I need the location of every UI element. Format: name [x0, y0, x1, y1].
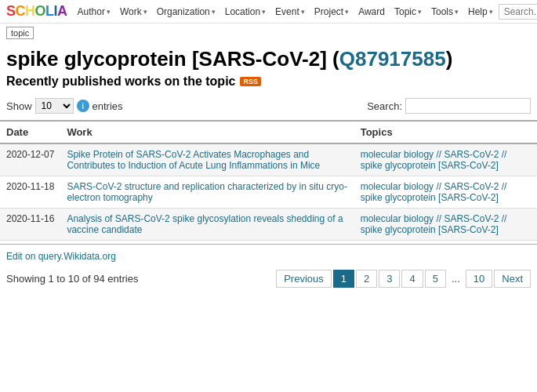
search-row: Search: — [367, 98, 531, 114]
nav-item-author[interactable]: Author ▾ — [74, 5, 114, 19]
pagination-controls: Previous 1 2 3 4 5 ... 10 Next — [276, 270, 531, 288]
cell-date: 2020-11-18 — [0, 176, 60, 209]
page-title: spike glycoprotein [SARS-CoV-2] (Q879175… — [0, 42, 537, 73]
nav-item-organization[interactable]: Organization ▾ — [153, 5, 220, 19]
nav-item-topic[interactable]: Topic ▾ — [390, 5, 426, 19]
main-search-input[interactable] — [405, 98, 531, 114]
wikidata-link[interactable]: Q87917585 — [339, 47, 446, 71]
cell-topics: molecular biology // SARS-CoV-2 // spike… — [354, 143, 537, 176]
show-entries-row: Show 10 25 50 100 i entries Search: — [0, 95, 537, 117]
search-label: Search: — [367, 100, 402, 112]
edit-link-row: Edit on query.Wikidata.org — [0, 244, 537, 265]
nav-item-tools[interactable]: Tools ▾ — [427, 5, 463, 19]
work-link[interactable]: Analysis of SARS-CoV-2 spike glycosylati… — [67, 213, 343, 235]
nav-item-event[interactable]: Event ▾ — [271, 5, 309, 19]
work-link[interactable]: Spike Protein of SARS-CoV-2 Activates Ma… — [67, 149, 320, 171]
nav-item-project[interactable]: Project ▾ — [310, 5, 353, 19]
nav-project-arrow: ▾ — [345, 8, 349, 16]
cell-work: Analysis of SARS-CoV-2 spike glycosylati… — [60, 209, 354, 241]
show-select[interactable]: 10 25 50 100 — [35, 98, 74, 114]
nav-location-arrow: ▾ — [262, 8, 266, 16]
table-row: 2020-11-16Analysis of SARS-CoV-2 spike g… — [0, 209, 537, 241]
nav-tools-arrow: ▾ — [455, 8, 459, 16]
rss-badge[interactable]: RSS — [240, 77, 261, 86]
pagination: Showing 1 to 10 of 94 entries Previous 1… — [0, 265, 537, 292]
nav-item-award[interactable]: Award — [354, 5, 389, 19]
nav-event-arrow: ▾ — [301, 8, 305, 16]
work-link[interactable]: SARS-CoV-2 structure and replication cha… — [67, 181, 347, 203]
table-header-row: Date Work Topics — [0, 121, 537, 143]
page-button-5[interactable]: 5 — [425, 270, 446, 288]
col-topics: Topics — [354, 121, 537, 143]
page-subtitle: Recently published works on the topic RS… — [0, 73, 537, 95]
nav-search-input[interactable] — [499, 4, 537, 20]
breadcrumb: topic — [0, 24, 537, 42]
cell-work: SARS-CoV-2 structure and replication cha… — [60, 176, 354, 209]
info-icon[interactable]: i — [77, 100, 89, 112]
page-button-1[interactable]: 1 — [333, 270, 354, 288]
nav-item-help[interactable]: Help ▾ — [464, 5, 497, 19]
table-row: 2020-11-18SARS-CoV-2 structure and repli… — [0, 176, 537, 209]
table-row: 2020-12-07Spike Protein of SARS-CoV-2 Ac… — [0, 143, 537, 176]
cell-work: Spike Protein of SARS-CoV-2 Activates Ma… — [60, 143, 354, 176]
nav-bar: SCHOLIA Author ▾ Work ▾ Organization ▾ L… — [0, 0, 537, 24]
pagination-info: Showing 1 to 10 of 94 entries — [6, 273, 138, 285]
breadcrumb-badge: topic — [6, 27, 34, 39]
page-button-2[interactable]: 2 — [356, 270, 377, 288]
cell-date: 2020-12-07 — [0, 143, 60, 176]
cell-topics: molecular biology // SARS-CoV-2 // spike… — [354, 176, 537, 209]
page-button-3[interactable]: 3 — [379, 270, 400, 288]
previous-button[interactable]: Previous — [276, 270, 332, 288]
works-table: Date Work Topics 2020-12-07Spike Protein… — [0, 120, 537, 241]
cell-topics: molecular biology // SARS-CoV-2 // spike… — [354, 209, 537, 241]
nav-org-arrow: ▾ — [212, 8, 216, 16]
site-logo[interactable]: SCHOLIA — [6, 3, 67, 20]
col-date: Date — [0, 121, 60, 143]
nav-item-location[interactable]: Location ▾ — [221, 5, 270, 19]
page-button-4[interactable]: 4 — [401, 270, 423, 288]
nav-author-arrow: ▾ — [107, 8, 111, 16]
edit-wikidata-link[interactable]: Edit on query.Wikidata.org — [6, 251, 116, 262]
page-button-10[interactable]: 10 — [466, 270, 492, 288]
nav-help-arrow: ▾ — [489, 8, 493, 16]
cell-date: 2020-11-16 — [0, 209, 60, 241]
page-ellipsis: ... — [448, 270, 464, 287]
show-label: Show — [6, 100, 32, 112]
nav-topic-arrow: ▾ — [418, 8, 422, 16]
nav-item-work[interactable]: Work ▾ — [116, 5, 151, 19]
nav-work-arrow: ▾ — [143, 8, 147, 16]
entries-label: entries — [93, 100, 123, 112]
next-button[interactable]: Next — [494, 270, 531, 288]
col-work: Work — [60, 121, 354, 143]
